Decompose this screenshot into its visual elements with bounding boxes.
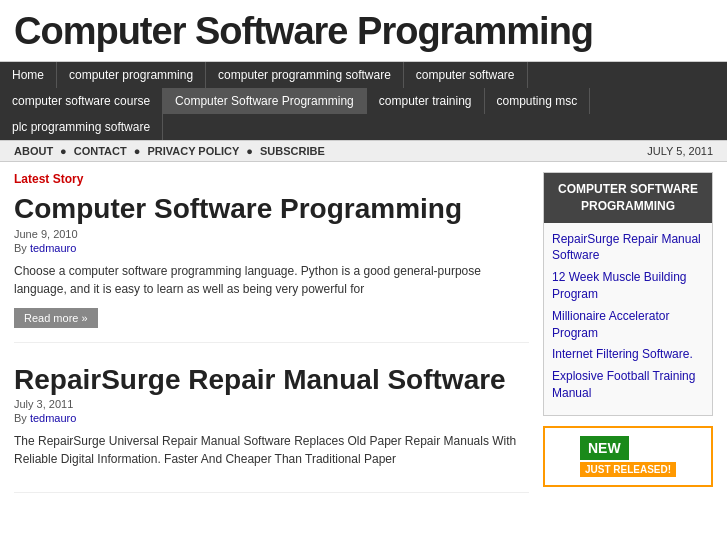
nav-item[interactable]: computer software [404,62,528,88]
secondary-nav-link[interactable]: CONTACT [74,145,127,157]
nav-item[interactable]: computer programming [57,62,206,88]
sidebar-link[interactable]: RepairSurge Repair Manual Software [552,231,704,265]
sidebar-link[interactable]: Millionaire Accelerator Program [552,308,704,342]
sidebar: COMPUTER SOFTWARE PROGRAMMING RepairSurg… [543,172,713,513]
sidebar-links: RepairSurge Repair Manual Software12 Wee… [544,223,712,415]
author-link[interactable]: tedmauro [30,242,76,254]
nav-item[interactable]: computing msc [485,88,591,114]
nav-separator: ● [134,145,141,157]
article-excerpt: The RepairSurge Universal Repair Manual … [14,432,529,468]
latest-story-label: Latest Story [14,172,529,186]
content-area: Latest Story Computer Software Programmi… [14,172,529,513]
secondary-nav-link[interactable]: ABOUT [14,145,53,157]
sidebar-link[interactable]: 12 Week Muscle Building Program [552,269,704,303]
site-title: Computer Software Programming [14,10,713,53]
article-date: June 9, 2010 [14,228,529,240]
sidebar-link[interactable]: Explosive Football Training Manual [552,368,704,402]
nav-item[interactable]: computer training [367,88,485,114]
article-title[interactable]: Computer Software Programming [14,192,529,226]
nav-row-3: plc programming software [0,114,727,140]
sidebar-promo: NEW JUST RELEASED! [543,426,713,487]
article-date: July 3, 2011 [14,398,529,410]
sidebar-link[interactable]: Internet Filtering Software. [552,346,704,363]
nav-row-1: Homecomputer programmingcomputer program… [0,62,727,88]
nav-item[interactable]: Home [0,62,57,88]
secondary-nav-link[interactable]: PRIVACY POLICY [147,145,239,157]
nav-separator: ● [60,145,67,157]
secondary-nav-link[interactable]: SUBSCRIBE [260,145,325,157]
promo-inner: NEW JUST RELEASED! [580,436,676,477]
nav-separator: ● [246,145,253,157]
article-author: By tedmauro [14,412,529,424]
nav-item[interactable]: computer software course [0,88,163,114]
new-badge: NEW [580,436,629,460]
nav-item[interactable]: Computer Software Programming [163,88,367,114]
secondary-nav: ABOUT●CONTACT●PRIVACY POLICY●SUBSCRIBE J… [0,140,727,162]
article: Computer Software ProgrammingJune 9, 201… [14,192,529,343]
secondary-nav-links: ABOUT●CONTACT●PRIVACY POLICY●SUBSCRIBE [14,145,325,157]
author-link[interactable]: tedmauro [30,412,76,424]
articles-container: Computer Software ProgrammingJune 9, 201… [14,192,529,493]
article-title[interactable]: RepairSurge Repair Manual Software [14,363,529,397]
article-author: By tedmauro [14,242,529,254]
site-header: Computer Software Programming [0,0,727,62]
main-layout: Latest Story Computer Software Programmi… [0,162,727,523]
read-more-button[interactable]: Read more » [14,308,98,328]
just-released-badge: JUST RELEASED! [580,462,676,477]
sidebar-box: COMPUTER SOFTWARE PROGRAMMING RepairSurg… [543,172,713,416]
nav-item[interactable]: computer programming software [206,62,404,88]
nav-item[interactable]: plc programming software [0,114,163,140]
article: RepairSurge Repair Manual SoftwareJuly 3… [14,363,529,494]
nav-bar: Homecomputer programmingcomputer program… [0,62,727,140]
nav-row-2: computer software courseComputer Softwar… [0,88,727,114]
date-label: JULY 5, 2011 [647,145,713,157]
sidebar-box-title: COMPUTER SOFTWARE PROGRAMMING [544,173,712,223]
article-excerpt: Choose a computer software programming l… [14,262,529,298]
